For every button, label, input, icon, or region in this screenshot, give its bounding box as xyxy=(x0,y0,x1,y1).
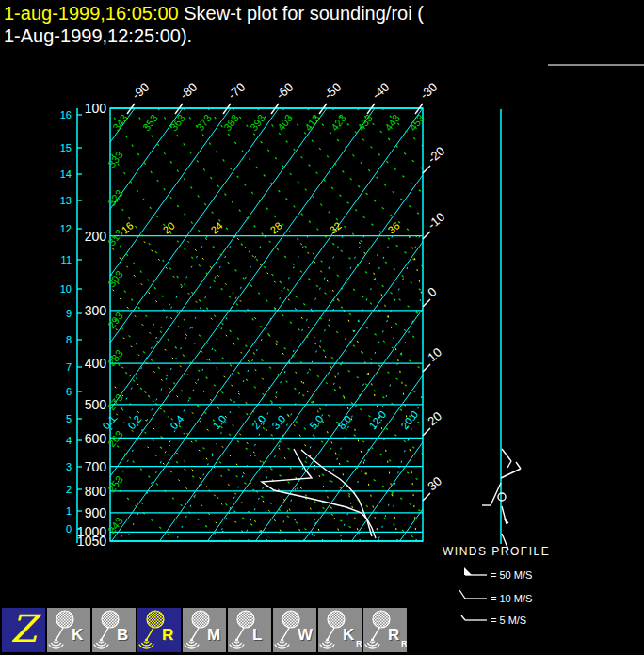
toolbar-button-sounding-w[interactable]: W W xyxy=(273,608,316,652)
dry-adiabat-353 xyxy=(133,108,644,537)
right-temp-label-group: 20 xyxy=(425,409,444,429)
ground-waves xyxy=(365,642,380,649)
top-temp-label: -60 xyxy=(273,80,296,103)
balloon-sonde xyxy=(281,638,283,641)
balloon-string xyxy=(237,628,244,639)
adiabat-label-top-group: 433 xyxy=(355,112,375,133)
isotherm--80 xyxy=(0,108,183,541)
dry-adiabat-343 xyxy=(108,108,607,537)
mixing-label-group: 2.0 xyxy=(250,413,267,431)
toolbar-button-sounding-b[interactable]: B B xyxy=(92,608,136,652)
wind-barb-segment-1 xyxy=(507,461,511,468)
button-label: W xyxy=(298,626,314,644)
isotherm--30 xyxy=(112,108,423,541)
balloon-string xyxy=(102,628,108,639)
adiabat-label-top-group: 343 xyxy=(110,112,130,133)
right-temp-label-group: -20 xyxy=(425,144,447,167)
balloon-icon: W W xyxy=(273,608,316,652)
wind-barb-circle xyxy=(498,493,506,501)
toolbar-button-sounding-m[interactable]: M M xyxy=(183,608,226,652)
ground-waves xyxy=(139,642,154,649)
ground-waves xyxy=(185,642,200,649)
isotherm--10 xyxy=(208,108,519,541)
adiabat-label: 263 xyxy=(105,428,125,449)
top-temp-label-group: -80 xyxy=(177,80,200,103)
adiabat-label: 363 xyxy=(168,112,187,133)
height-label-0: 0 xyxy=(66,523,72,535)
flag-icon xyxy=(464,567,472,575)
adiabat-label: 433 xyxy=(355,112,375,133)
toolbar-button-sounding-rr[interactable]: R R R xyxy=(363,608,407,652)
adiabat-label-top-group: 353 xyxy=(140,112,160,133)
adiabat-label: 403 xyxy=(275,112,295,133)
adiabat-label-left-group: 303 xyxy=(105,268,125,289)
pressure-label-800: 800 xyxy=(85,484,107,499)
top-temp-label: -50 xyxy=(321,80,344,103)
height-label-10: 10 xyxy=(60,283,72,295)
right-temp-label: 30 xyxy=(425,474,444,494)
adiabat-label-top-group: 363 xyxy=(168,112,187,133)
right-temp-label: -10 xyxy=(425,210,447,232)
toolbar-button-sounding-l[interactable]: L L xyxy=(228,608,271,652)
height-label-13: 13 xyxy=(60,195,72,206)
mixing-label-group: 8.0 xyxy=(335,413,353,431)
dry-adiabat-373 xyxy=(183,108,644,537)
mixing-label: 20.0 xyxy=(398,408,420,431)
isotherm-50 xyxy=(496,108,644,541)
right-temp-label: 0 xyxy=(425,284,439,299)
adiabat-label-top-group: 423 xyxy=(329,112,348,133)
winds-legend-label: = 10 M/S xyxy=(491,593,532,604)
right-temp-labels: -20-100102030 xyxy=(423,144,447,501)
mixing-label-group: 0.2 xyxy=(125,413,143,431)
toolbar-button-sounding-k[interactable]: K K xyxy=(47,608,90,652)
balloon-string xyxy=(328,628,334,639)
adiabat-label: 393 xyxy=(248,112,267,133)
adiabat-label: 443 xyxy=(382,112,402,133)
mixing-label: 2.0 xyxy=(250,413,267,431)
winds-legend-label: = 5 M/S xyxy=(491,615,526,626)
pressure-label-200: 200 xyxy=(85,229,107,244)
adiabat-label: 303 xyxy=(105,268,125,289)
balloon-sonde xyxy=(235,638,238,641)
button-label: R xyxy=(162,626,173,644)
moist-adiabat-12 xyxy=(102,234,323,541)
moist-adiabat--4 xyxy=(1,234,250,541)
moist-adiabat-20 xyxy=(182,234,360,541)
adiabat-label: 373 xyxy=(194,112,214,133)
balloon-icon: B B xyxy=(92,608,136,652)
pressure-label-1050: 1050 xyxy=(77,534,106,549)
toolbar-button-sounding-r[interactable]: R R xyxy=(137,608,181,652)
dry-adiabat-383 xyxy=(208,108,644,537)
ground-waves xyxy=(275,642,290,649)
adiabat-label: 333 xyxy=(105,149,125,169)
moist-label-group: 24 xyxy=(209,219,225,235)
pressure-label-600: 600 xyxy=(85,431,107,446)
height-label-12: 12 xyxy=(60,223,72,234)
toolbar-button-z-logo[interactable]: Z xyxy=(2,608,45,652)
wind-barb-segment-0 xyxy=(502,449,511,461)
toolbar-button-sounding-kr[interactable]: K K R xyxy=(318,608,362,652)
top-temp-label-group: -30 xyxy=(417,80,440,103)
moist-adiabat-28 xyxy=(294,234,397,541)
adiabat-label-top-group: 443 xyxy=(382,112,402,133)
adiabat-label: 413 xyxy=(302,112,322,133)
height-label-15: 15 xyxy=(60,142,72,153)
half-barb-icon xyxy=(461,615,465,620)
ground-waves xyxy=(49,642,64,649)
mixing-label-group: 1.0 xyxy=(210,413,228,431)
right-temp-label-group: 30 xyxy=(425,474,444,494)
moist-label: 28 xyxy=(268,219,284,235)
height-axis-labels: 161514131211109876543210 xyxy=(60,109,82,535)
adiabat-label-top-group: 373 xyxy=(194,112,214,133)
adiabat-label-top-group: 453 xyxy=(407,112,427,133)
right-temp-label-group: 0 xyxy=(425,284,439,299)
adiabat-label-left-group: 333 xyxy=(105,149,125,169)
pressure-label-900: 900 xyxy=(85,505,107,520)
button-label: R xyxy=(388,626,399,644)
ground-waves xyxy=(230,642,245,649)
balloon-string xyxy=(192,628,199,639)
isotherm--100 xyxy=(0,108,87,541)
winds-legend: = 50 M/S= 10 M/S= 5 M/S xyxy=(459,567,532,626)
top-temp-label: -40 xyxy=(369,80,392,103)
z-logo-glyph: Z xyxy=(10,608,41,650)
